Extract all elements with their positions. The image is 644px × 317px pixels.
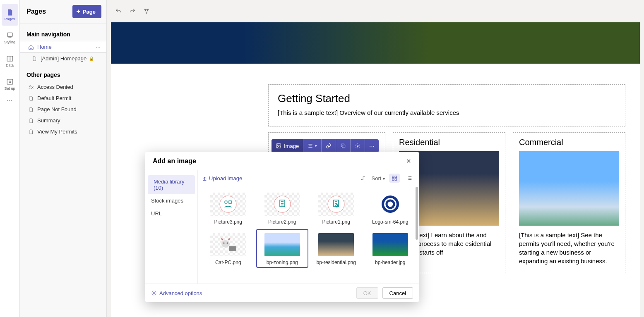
- svg-point-24: [383, 197, 398, 212]
- gear-icon: [151, 290, 157, 296]
- image-item-selected[interactable]: bp-zoning.png: [256, 229, 309, 268]
- dialog-main: Upload image Sort ▾ Picture3.png: [197, 170, 419, 284]
- document-icon: [28, 95, 34, 101]
- cancel-button[interactable]: Cancel: [382, 287, 413, 299]
- grid-icon: [392, 175, 397, 181]
- styling-icon: [6, 32, 14, 39]
- image-grid: Picture3.png Picture2.png Picture1.png L…: [198, 184, 419, 284]
- card-commercial[interactable]: Commercial [This is a sample text] See t…: [513, 132, 625, 273]
- link-button[interactable]: [142, 7, 151, 15]
- svg-rect-0: [7, 33, 12, 36]
- image-item[interactable]: bp-header.jpg: [364, 229, 417, 268]
- svg-point-29: [227, 243, 228, 244]
- sort-dropdown[interactable]: Sort ▾: [372, 175, 385, 181]
- grid-view-button[interactable]: [389, 174, 400, 183]
- card-title: Commercial: [519, 138, 619, 147]
- advanced-options[interactable]: Advanced options: [151, 290, 202, 296]
- rail-pages[interactable]: Pages: [2, 4, 18, 26]
- ctx-align[interactable]: ▾: [303, 139, 322, 153]
- card-text: [This is a sample text] See the permits …: [519, 231, 619, 265]
- getting-started-section[interactable]: Getting Started [This is a sample text] …: [268, 84, 625, 126]
- data-icon: [6, 55, 14, 62]
- panel-title: Pages: [26, 8, 46, 15]
- image-name: Cat-PC.png: [215, 260, 241, 265]
- svg-point-4: [30, 85, 31, 87]
- image-item[interactable]: Picture1.png: [310, 188, 363, 227]
- image-name: Picture3.png: [214, 219, 242, 225]
- image-name: Logo-sm-64.png: [372, 219, 408, 225]
- close-button[interactable]: ✕: [406, 157, 411, 165]
- svg-rect-10: [342, 145, 345, 148]
- image-thumb: [372, 233, 408, 256]
- tab-media-library[interactable]: Media library (10): [148, 175, 195, 194]
- left-rail: Pages Styling Data Set up ⋯: [0, 0, 20, 317]
- image-name: Picture2.png: [268, 219, 296, 225]
- nav-page-not-found[interactable]: Page Not Found: [20, 104, 106, 115]
- rail-styling[interactable]: Styling: [2, 27, 18, 49]
- sort-direction[interactable]: [358, 174, 368, 183]
- tab-stock-images[interactable]: Stock images: [145, 194, 197, 207]
- image-item[interactable]: Picture3.png: [202, 188, 255, 227]
- undo-button[interactable]: [114, 7, 123, 15]
- new-page-button[interactable]: + Page: [72, 5, 101, 18]
- card-title: Residential: [399, 138, 499, 147]
- upload-label: Upload image: [209, 175, 242, 181]
- dialog-footer: Advanced options OK Cancel: [145, 284, 419, 302]
- ctx-more[interactable]: ⋯: [365, 139, 379, 153]
- ctx-settings[interactable]: [351, 139, 365, 153]
- gear-icon: [355, 143, 360, 149]
- home-icon: [28, 44, 34, 50]
- section-main-nav: Main navigation: [20, 24, 106, 41]
- svg-point-7: [146, 12, 147, 14]
- scrollbar[interactable]: [416, 187, 418, 240]
- svg-rect-1: [7, 56, 13, 61]
- document-icon: [28, 129, 34, 135]
- image-item[interactable]: Picture2.png: [256, 188, 309, 227]
- nav-view-permits[interactable]: View My Permits: [20, 126, 106, 137]
- lock-icon: 🔒: [89, 56, 94, 61]
- nav-home[interactable]: Home ⋯: [20, 41, 106, 53]
- upload-icon: [202, 176, 207, 181]
- svg-rect-14: [392, 179, 394, 180]
- image-item[interactable]: bp-residential.png: [310, 229, 363, 268]
- rail-label: Data: [6, 63, 14, 67]
- svg-point-28: [223, 243, 225, 244]
- nav-summary[interactable]: Summary: [20, 115, 106, 126]
- rail-more[interactable]: ⋯: [7, 98, 13, 104]
- dialog-tools: Upload image Sort ▾: [198, 170, 419, 184]
- nav-label: Access Denied: [37, 84, 73, 90]
- rail-data[interactable]: Data: [2, 50, 18, 72]
- image-context-toolbar: Image ▾ ⋯: [272, 139, 379, 153]
- rail-setup[interactable]: Set up: [2, 74, 18, 95]
- svg-rect-2: [7, 79, 13, 84]
- image-item[interactable]: Logo-sm-64.png: [364, 188, 417, 227]
- image-thumb: [318, 193, 354, 216]
- list-view-button[interactable]: [404, 174, 415, 183]
- more-icon[interactable]: ⋯: [96, 44, 101, 50]
- document-icon: [28, 118, 34, 124]
- svg-point-26: [221, 240, 230, 248]
- ctx-image[interactable]: Image: [272, 139, 303, 153]
- upload-button[interactable]: Upload image: [202, 175, 242, 181]
- image-item[interactable]: Cat-PC.png: [202, 229, 255, 268]
- gs-title: Getting Started: [278, 92, 616, 105]
- nav-label: Home: [37, 44, 52, 50]
- dialog-title: Add an image: [153, 157, 196, 165]
- svg-rect-8: [276, 144, 281, 148]
- person-icon: [28, 84, 34, 90]
- ctx-duplicate[interactable]: [336, 139, 351, 153]
- rail-label: Styling: [4, 40, 15, 44]
- nav-label: Summary: [37, 117, 60, 124]
- nav-access-denied[interactable]: Access Denied: [20, 81, 106, 93]
- hero-image: [111, 22, 640, 64]
- nav-label: Page Not Found: [37, 106, 77, 112]
- tab-url[interactable]: URL: [145, 207, 197, 220]
- source-tabs: Media library (10) Stock images URL: [145, 170, 197, 284]
- nav-admin-home[interactable]: [Admin] Homepage 🔒: [20, 53, 106, 64]
- nav-label: Default Permit: [37, 95, 71, 101]
- redo-button[interactable]: [128, 7, 137, 15]
- ctx-link[interactable]: [322, 139, 336, 153]
- svg-point-30: [153, 292, 155, 294]
- nav-default-permit[interactable]: Default Permit: [20, 93, 106, 104]
- image-thumb: [210, 193, 246, 216]
